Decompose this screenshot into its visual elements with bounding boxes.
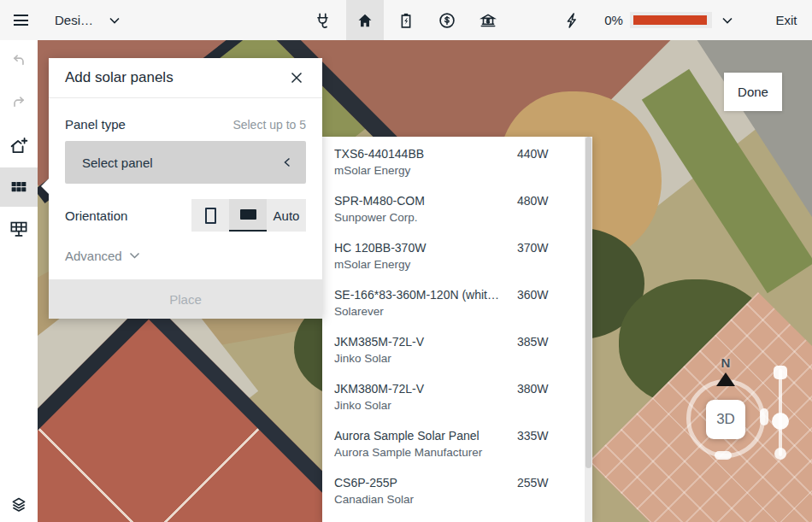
panel-wattage: 480W (517, 193, 549, 209)
panel-list-item[interactable]: CS6P-255P Canadian Solar 255W (322, 474, 592, 521)
panel-name: SE-166*83-360M-120N (whit… (334, 287, 509, 303)
compass-tick (760, 408, 768, 425)
panel-list-item[interactable]: JKM380M-72L-V Jinko Solar 380W (322, 380, 592, 427)
advanced-label: Advanced (65, 249, 122, 263)
progress-dropdown-button[interactable] (717, 0, 738, 40)
panel-type-label: Panel type (65, 117, 126, 132)
layers-button[interactable] (0, 485, 38, 522)
redo-icon (9, 94, 28, 113)
design-mode-label: Desi… (55, 13, 93, 27)
modal-title: Add solar panels (65, 69, 174, 86)
exit-button[interactable]: Exit (767, 0, 806, 40)
zoom-slider-bottom-dot (774, 448, 786, 460)
panel-name: CS6P-255P (334, 475, 509, 491)
panel-wattage: 370W (517, 240, 549, 256)
panel-manufacturer: Jinko Solar (334, 398, 515, 413)
panel-name: Aurora Sample Solar Panel (334, 428, 509, 444)
zoom-slider-top-cap (774, 366, 787, 379)
orientation-auto-button[interactable]: Auto (267, 199, 306, 232)
select-panel-label: Select panel (82, 155, 153, 170)
landscape-icon (240, 209, 256, 220)
bank-icon (479, 11, 497, 30)
view-3d-button[interactable]: 3D (706, 400, 745, 439)
pricing-button[interactable] (428, 0, 466, 40)
panel-list-item[interactable]: SE-166*83-360M-120N (whit… Solarever 360… (322, 286, 592, 333)
simulate-button[interactable] (553, 0, 591, 40)
advanced-toggle[interactable]: Advanced (65, 249, 140, 263)
chevron-down-icon (129, 252, 140, 260)
left-sidebar (0, 40, 38, 522)
compass-north-label: N (718, 355, 733, 370)
panel-name: JKM380M-72L-V (334, 381, 509, 397)
panel-list-item[interactable]: SPR-M480-COM Sunpower Corp. 480W (322, 192, 592, 239)
compass-needle-icon (716, 372, 735, 386)
menu-button[interactable] (7, 0, 34, 40)
panel-manufacturer: Sunpower Corp. (334, 210, 515, 226)
panel-manufacturer: Canadian Solar (334, 492, 515, 507)
financing-button[interactable] (469, 0, 507, 40)
panel-name: TXS6-440144BB (334, 146, 509, 162)
design-mode-dropdown[interactable]: Desi… (55, 0, 121, 40)
hamburger-icon (14, 15, 28, 26)
panel-name: HC 120BB-370W (334, 240, 509, 256)
panel-name: SPR-M480-COM (334, 193, 509, 209)
panel-list-item[interactable]: TXS6-440144BB mSolar Energy 440W (322, 145, 592, 192)
undo-icon (9, 52, 28, 71)
storage-button[interactable] (387, 0, 425, 40)
chevron-down-icon (721, 16, 733, 25)
portrait-icon (205, 208, 216, 224)
add-structure-button[interactable] (0, 126, 38, 166)
panel-manufacturer: Aurora Sample Manufacturer (334, 445, 515, 460)
zoom-slider-handle[interactable] (772, 413, 789, 430)
orientation-landscape-button[interactable] (229, 199, 267, 232)
top-toolbar: Desi… (0, 0, 812, 40)
orientation-toggle-group: Auto (191, 199, 306, 232)
progress-bar-fill (633, 15, 707, 25)
layers-icon (9, 496, 28, 514)
add-solar-panels-modal: Add solar panels Panel type Select up to… (49, 58, 322, 319)
select-panel-dropdown[interactable]: Select panel (65, 141, 306, 184)
compass-tick (715, 451, 732, 460)
add-panels-button[interactable] (0, 167, 38, 207)
app: Done N 3D Desi… (0, 0, 812, 522)
panel-wattage: 385W (517, 334, 549, 350)
panel-manufacturer: Solarever (334, 304, 515, 320)
chevron-down-icon (109, 16, 121, 25)
modal-header: Add solar panels (49, 58, 322, 98)
panel-wattage: 440W (517, 146, 549, 162)
panel-type-dropdown-list: TXS6-440144BB mSolar Energy 440W SPR-M48… (322, 137, 592, 522)
stringing-tool-button[interactable] (304, 0, 342, 40)
place-button[interactable]: Place (49, 279, 322, 319)
close-icon (290, 71, 303, 85)
panel-list-item[interactable]: HC 120BB-370W mSolar Energy 370W (322, 239, 592, 286)
modal-anchor-arrow (41, 179, 49, 194)
house-plus-icon (9, 136, 29, 156)
close-button[interactable] (285, 66, 309, 90)
dollar-circle-icon (438, 11, 456, 30)
selection-limit-hint: Select up to 5 (232, 118, 306, 132)
panel-stand-icon (9, 219, 29, 239)
redo-button[interactable] (0, 84, 38, 123)
home-icon (356, 11, 374, 30)
orientation-row: Orientation Auto (65, 199, 306, 232)
panels-grid-icon (9, 178, 28, 196)
progress-bar[interactable] (630, 12, 712, 28)
design-home-button[interactable] (346, 0, 384, 40)
done-button[interactable]: Done (724, 73, 782, 111)
progress-percent: 0% (598, 0, 629, 40)
orientation-portrait-button[interactable] (191, 199, 229, 232)
panel-list-item[interactable]: JKM385M-72L-V Jinko Solar 385W (322, 333, 592, 380)
panel-type-row: Panel type Select up to 5 (65, 117, 306, 132)
undo-button[interactable] (0, 42, 38, 81)
panel-wattage: 360W (517, 287, 549, 303)
orientation-label: Orientation (65, 208, 127, 223)
panel-manufacturer: Jinko Solar (334, 351, 515, 367)
ground-mount-button[interactable] (0, 209, 38, 249)
lightning-icon (562, 11, 581, 30)
panel-name: JKM385M-72L-V (334, 334, 509, 350)
panel-wattage: 335W (517, 428, 549, 444)
panel-list-item[interactable]: Aurora Sample Solar Panel Aurora Sample … (322, 427, 592, 474)
panel-manufacturer: mSolar Energy (334, 257, 515, 273)
panel-wattage: 380W (517, 381, 549, 397)
battery-icon (397, 11, 415, 30)
